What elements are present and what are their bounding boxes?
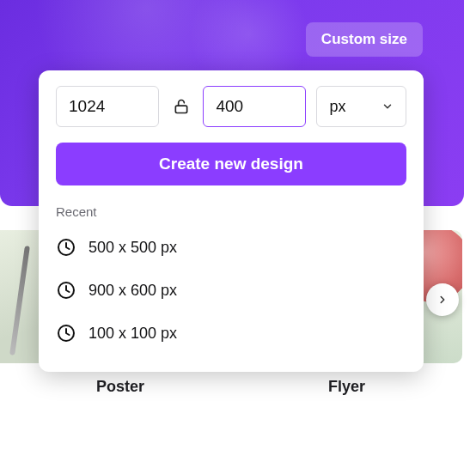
lock-aspect-button[interactable] bbox=[169, 94, 192, 119]
recent-size-item[interactable]: 900 x 600 px bbox=[56, 269, 406, 312]
chevron-right-icon bbox=[436, 294, 449, 306]
chevron-down-icon bbox=[381, 100, 394, 112]
height-input[interactable] bbox=[203, 86, 306, 127]
width-input[interactable] bbox=[56, 86, 159, 127]
recent-size-item[interactable]: 100 x 100 px bbox=[56, 312, 406, 355]
recent-heading: Recent bbox=[56, 204, 406, 219]
create-design-button[interactable]: Create new design bbox=[56, 143, 406, 185]
recent-size-label: 100 x 100 px bbox=[88, 325, 177, 343]
dimensions-row: px bbox=[56, 86, 406, 127]
recent-list: 500 x 500 px 900 x 600 px 100 x 100 px bbox=[56, 226, 406, 355]
decorative-pen bbox=[9, 246, 30, 356]
template-caption: Flyer bbox=[328, 378, 365, 396]
carousel-next-button[interactable] bbox=[426, 283, 459, 316]
svg-rect-0 bbox=[175, 106, 186, 112]
clock-icon bbox=[56, 237, 76, 258]
unit-select-label: px bbox=[329, 98, 345, 116]
recent-size-label: 900 x 600 px bbox=[88, 282, 177, 300]
clock-icon bbox=[56, 280, 76, 301]
unlock-icon bbox=[173, 98, 190, 115]
clock-icon bbox=[56, 323, 76, 343]
custom-size-button[interactable]: Custom size bbox=[306, 22, 423, 57]
recent-size-label: 500 x 500 px bbox=[88, 239, 177, 257]
recent-size-item[interactable]: 500 x 500 px bbox=[56, 226, 406, 269]
unit-select[interactable]: px bbox=[316, 86, 406, 127]
custom-size-panel: px Create new design Recent 500 x 500 px… bbox=[39, 70, 424, 372]
template-caption: Poster bbox=[96, 378, 144, 396]
